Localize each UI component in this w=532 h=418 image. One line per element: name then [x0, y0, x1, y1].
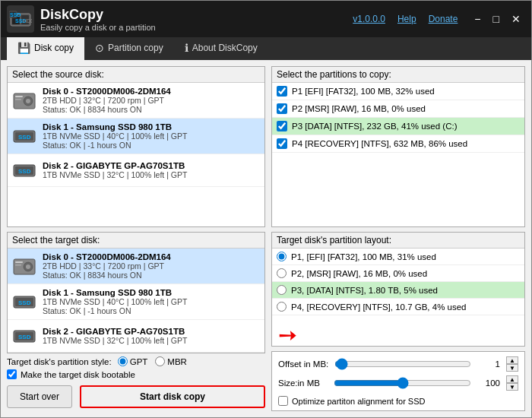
- bottom-controls: Target disk's partition style: GPT MBR: [7, 353, 265, 411]
- target-partition-p1[interactable]: P1, [EFI] [FAT32], 100 MB, 31% used: [272, 249, 524, 265]
- target-p2-text: P2, [MSR] [RAW], 16 MB, 0% used: [291, 269, 427, 278]
- size-up-button[interactable]: ▲: [506, 375, 518, 383]
- offset-up-button[interactable]: ▲: [506, 356, 518, 364]
- optimize-checkbox[interactable]: [278, 396, 288, 406]
- target-p1-text: P1, [EFI] [FAT32], 100 MB, 31% used: [291, 252, 436, 261]
- target-disk-2-name: Disk 2 - GIGABYTE GP-AG70S1TB: [43, 327, 260, 336]
- source-disk-list: Disk 0 - ST2000DM006-2DM164 2TB HDD | 32…: [8, 83, 264, 226]
- source-disk-0[interactable]: Disk 0 - ST2000DM006-2DM164 2TB HDD | 32…: [8, 83, 264, 119]
- target-partition-panel: Target disk's partition layout: P1, [EFI…: [271, 232, 525, 347]
- gpt-radio[interactable]: [118, 356, 128, 366]
- start-copy-button[interactable]: Start disk copy: [80, 385, 265, 408]
- source-disk-2[interactable]: SSD Disk 2 - GIGABYTE GP-AG70S1TB 1TB NV…: [8, 154, 264, 187]
- target-p3-text: P3, [DATA] [NTFS], 1.80 TB, 5% used: [291, 286, 438, 295]
- target-disk-1-detail: 1TB NVMe SSD | 40°C | 100% left | GPT: [43, 297, 260, 306]
- partition-style-label: Target disk's partition style:: [7, 357, 112, 366]
- offset-spinner: ▲ ▼: [506, 356, 518, 372]
- about-icon: ℹ: [185, 42, 188, 54]
- source-disk-0-info: Disk 0 - ST2000DM006-2DM164 2TB HDD | 32…: [43, 87, 260, 114]
- target-disk-1-status: Status: OK | -1 hours ON: [43, 306, 260, 315]
- bootable-label: Make the target disk bootable: [21, 370, 135, 379]
- target-p4-radio[interactable]: [277, 302, 287, 312]
- target-ssd-icon-2: SSD: [12, 324, 36, 348]
- size-value: 100: [477, 378, 500, 388]
- disk-copy-icon: 💾: [17, 42, 30, 54]
- close-button[interactable]: ✕: [507, 13, 525, 25]
- source-disk-1-status: Status: OK | -1 hours ON: [43, 141, 260, 150]
- source-disk-label: Select the source disk:: [8, 67, 264, 83]
- mbr-radio-label[interactable]: MBR: [155, 356, 187, 366]
- svg-text:SSD: SSD: [18, 334, 31, 340]
- source-partition-p2[interactable]: P2 [MSR] [RAW], 16 MB, 0% used: [272, 100, 524, 118]
- svg-text:SSD: SSD: [18, 299, 31, 306]
- minimize-button[interactable]: −: [470, 13, 485, 25]
- app-title: DiskCopy: [40, 7, 156, 23]
- window-controls: − □ ✕: [470, 13, 525, 25]
- offset-slider[interactable]: [334, 358, 471, 370]
- target-p2-radio[interactable]: [277, 268, 287, 278]
- target-disk-0[interactable]: Disk 0 - ST2000DM006-2DM164 2TB HDD | 33…: [8, 249, 264, 284]
- target-disk-0-info: Disk 0 - ST2000DM006-2DM164 2TB HDD | 33…: [43, 252, 260, 280]
- target-disk-1[interactable]: SSD Disk 1 - Samsung SSD 980 1TB 1TB NVM…: [8, 284, 264, 320]
- size-slider[interactable]: [334, 377, 471, 389]
- target-partition-p2[interactable]: P2, [MSR] [RAW], 16 MB, 0% used: [272, 265, 524, 282]
- source-partition-panel: Select the partitions to copy: P1 [EFI] …: [271, 66, 525, 227]
- top-section: Select the source disk: Disk 0 - ST2000D…: [7, 66, 525, 227]
- bootable-row: Make the target disk bootable: [7, 369, 265, 379]
- offset-down-button[interactable]: ▼: [506, 364, 518, 372]
- ssd-icon-2: SSD: [12, 158, 36, 182]
- svg-rect-22: [15, 264, 21, 266]
- bootable-checkbox[interactable]: [7, 369, 17, 379]
- tab-about[interactable]: ℹ About DiskCopy: [174, 37, 268, 60]
- optimize-row: Optimize partiton alignment for SSD: [278, 394, 518, 406]
- source-disk-1[interactable]: SSD Disk 1 - Samsung SSD 980 1TB 1TB NVM…: [8, 119, 264, 154]
- tab-about-label: About DiskCopy: [192, 43, 258, 53]
- version-link[interactable]: v1.0.0.0: [353, 14, 385, 24]
- target-partition-list: P1, [EFI] [FAT32], 100 MB, 31% used P2, …: [272, 249, 524, 323]
- svg-text:SSD: SSD: [18, 134, 31, 141]
- tab-partition-copy-label: Partition copy: [108, 43, 163, 53]
- source-p2-checkbox[interactable]: [277, 103, 287, 114]
- mbr-radio[interactable]: [155, 356, 165, 366]
- offset-label: Offset in MB:: [278, 359, 328, 369]
- app-logo: SSD HDD SSD: [7, 5, 34, 33]
- svg-rect-11: [15, 99, 21, 100]
- source-disk-1-detail: 1TB NVMe SSD | 40°C | 100% left | GPT: [43, 131, 260, 141]
- source-partition-p1[interactable]: P1 [EFI] [FAT32], 100 MB, 32% used: [272, 83, 524, 100]
- source-partition-p4[interactable]: P4 [RECOVERY] [NTFS], 632 MB, 86% used: [272, 135, 524, 153]
- help-link[interactable]: Help: [397, 14, 416, 24]
- gpt-label: GPT: [130, 357, 148, 366]
- source-disk-0-status: Status: OK | 8834 hours ON: [43, 105, 260, 114]
- gpt-radio-label[interactable]: GPT: [118, 356, 148, 366]
- donate-link[interactable]: Donate: [429, 14, 458, 24]
- size-down-button[interactable]: ▼: [506, 383, 518, 391]
- source-partition-label: Select the partitions to copy:: [272, 67, 524, 83]
- source-p4-text: P4 [RECOVERY] [NTFS], 632 MB, 86% used: [292, 139, 467, 148]
- tab-disk-copy[interactable]: 💾 Disk copy: [7, 37, 84, 60]
- source-p3-checkbox[interactable]: [277, 121, 287, 131]
- source-partition-p3[interactable]: P3 [DATA] [NTFS], 232 GB, 41% used (C:): [272, 118, 524, 135]
- source-disk-0-name: Disk 0 - ST2000DM006-2DM164: [43, 87, 260, 96]
- size-label: Size:in MB: [278, 378, 328, 388]
- svg-point-20: [26, 264, 30, 269]
- title-text-block: DiskCopy Easily copy a disk or a partiti…: [40, 7, 156, 32]
- target-partition-p3[interactable]: P3, [DATA] [NTFS], 1.80 TB, 5% used: [272, 282, 524, 299]
- arrow-section: ➙: [272, 323, 524, 346]
- source-p4-checkbox[interactable]: [277, 138, 287, 149]
- tab-partition-copy[interactable]: ⊙ Partition copy: [84, 37, 174, 60]
- source-disk-2-name: Disk 2 - GIGABYTE GP-AG70S1TB: [43, 161, 260, 170]
- optimize-label: Optimize partiton alignment for SSD: [292, 397, 425, 406]
- maximize-button[interactable]: □: [489, 13, 504, 25]
- start-over-button[interactable]: Start over: [7, 385, 72, 408]
- target-p3-radio[interactable]: [277, 285, 287, 295]
- svg-text:SSD: SSD: [10, 12, 21, 17]
- partition-style-row: Target disk's partition style: GPT MBR: [7, 356, 265, 366]
- target-disk-2[interactable]: SSD Disk 2 - GIGABYTE GP-AG70S1TB 1TB NV…: [8, 320, 264, 353]
- target-p4-text: P4, [RECOVERY] [NTFS], 10.7 GB, 4% used: [291, 302, 467, 312]
- bottom-section: Select the target disk: Disk 0 - ST2000D…: [7, 232, 525, 411]
- source-p1-checkbox[interactable]: [277, 86, 287, 97]
- target-p1-radio[interactable]: [277, 252, 287, 261]
- target-partition-p4[interactable]: P4, [RECOVERY] [NTFS], 10.7 GB, 4% used: [272, 299, 524, 315]
- source-disk-panel: Select the source disk: Disk 0 - ST2000D…: [7, 66, 265, 227]
- slider-section: Offset in MB: 1 ▲ ▼ Size:in MB 100: [271, 351, 525, 411]
